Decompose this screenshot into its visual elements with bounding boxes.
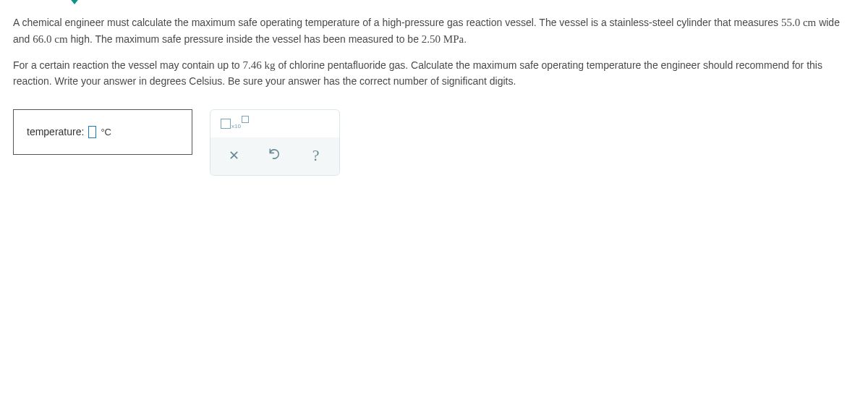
text: For a certain reaction the vessel may co…	[13, 59, 243, 71]
problem-paragraph-1: A chemical engineer must calculate the m…	[13, 14, 855, 47]
sci-exponent-box-icon	[242, 116, 249, 123]
text: .	[464, 33, 467, 45]
problem-content: A chemical engineer must calculate the m…	[0, 9, 868, 176]
tool-row-actions: ✕ ?	[210, 137, 339, 175]
value-mass: 7.46 kg	[243, 59, 276, 71]
text: A chemical engineer must calculate the m…	[13, 17, 781, 28]
tool-panel: x10 ✕ ?	[210, 109, 340, 176]
temperature-input[interactable]	[88, 126, 96, 138]
sci-x10-label: x10	[231, 123, 241, 130]
tool-row-formats: x10	[210, 110, 339, 137]
value-height: 66.0 cm	[33, 33, 67, 45]
answer-row: temperature: °C x10 ✕	[13, 109, 855, 176]
answer-box: temperature: °C	[13, 109, 192, 155]
text: high. The maximum safe pressure inside t…	[68, 33, 422, 45]
reset-button[interactable]	[258, 143, 292, 168]
answer-unit: °C	[101, 127, 111, 137]
undo-icon	[268, 147, 282, 164]
sci-base-box-icon	[221, 119, 231, 129]
value-pressure: 2.50 MPa	[422, 33, 464, 45]
answer-label: temperature:	[27, 126, 84, 137]
value-width: 55.0 cm	[781, 17, 816, 28]
problem-paragraph-2: For a certain reaction the vessel may co…	[13, 57, 855, 89]
question-icon: ?	[312, 146, 320, 165]
help-button[interactable]: ?	[299, 143, 333, 168]
scientific-notation-button[interactable]: x10	[221, 119, 249, 129]
clear-button[interactable]: ✕	[216, 143, 251, 168]
close-icon: ✕	[229, 148, 239, 164]
collapse-chevron-icon[interactable]	[69, 0, 80, 4]
